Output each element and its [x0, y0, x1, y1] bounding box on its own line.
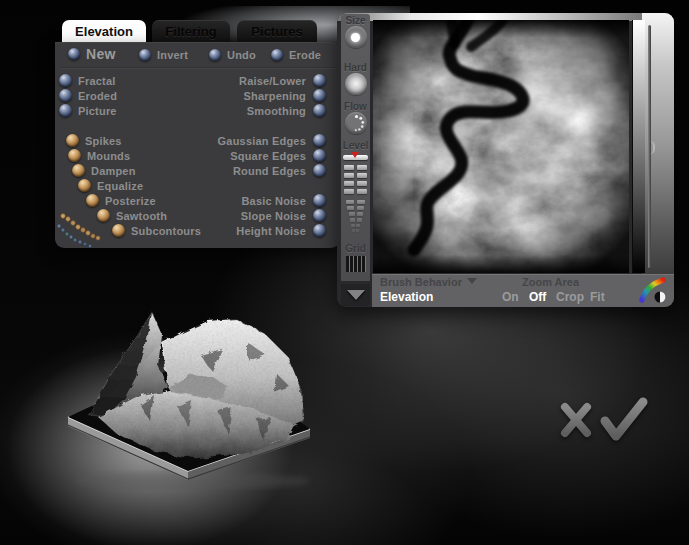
sharpening-label: Sharpening: [243, 90, 306, 102]
eroded-sphere-icon: [59, 89, 72, 102]
canvas-bottom-bar: Brush Behavior Zoom Area Elevation On Of…: [372, 274, 674, 307]
level-marker-icon[interactable]: [351, 152, 359, 158]
brush-size-control[interactable]: [345, 26, 367, 48]
raise-lower-sphere-icon: [313, 74, 326, 87]
hard-label: Hard: [341, 62, 370, 73]
posterize-sphere-icon: [86, 194, 99, 207]
collapse-strip-button[interactable]: [341, 284, 370, 306]
subcontours-label: Subcontours: [131, 225, 201, 237]
invert-sphere-icon: [139, 49, 151, 61]
eroded-label: Eroded: [78, 90, 117, 102]
gaussian-edges-sphere-icon: [313, 134, 326, 147]
elevation-panel-body: New Invert Undo Erode Fractal Eroded Pic…: [55, 42, 340, 248]
fractal-sphere-icon: [59, 74, 72, 87]
basic-noise-button[interactable]: Basic Noise: [241, 193, 326, 208]
height-noise-label: Height Noise: [236, 225, 306, 237]
round-edges-button[interactable]: Round Edges: [233, 163, 326, 178]
level-meter-fade: [343, 200, 368, 204]
slope-noise-button[interactable]: Slope Noise: [241, 208, 326, 223]
confirm-check-icon[interactable]: [605, 402, 643, 436]
zoom-on-option[interactable]: On: [502, 290, 519, 304]
new-label: New: [86, 46, 116, 62]
gaussian-edges-label: Gaussian Edges: [218, 135, 306, 147]
round-edges-label: Round Edges: [233, 165, 306, 177]
dampen-label: Dampen: [91, 165, 136, 177]
divider: [60, 67, 335, 69]
brush-behavior-menu[interactable]: Brush Behavior: [380, 276, 477, 288]
new-button[interactable]: New: [68, 46, 116, 61]
eroded-button[interactable]: Eroded: [59, 88, 117, 103]
zoom-area-label: Zoom Area: [522, 276, 579, 288]
brush-behavior-label: Brush Behavior: [380, 276, 462, 288]
bead-cascade-icon: [56, 213, 106, 249]
fractal-button[interactable]: Fractal: [59, 73, 115, 88]
mounds-label: Mounds: [87, 150, 130, 162]
subcontours-button[interactable]: Subcontours: [112, 223, 201, 238]
level-meter: [343, 165, 368, 170]
mounds-sphere-icon: [68, 149, 81, 162]
erode-sphere-icon: [271, 49, 283, 61]
rainbow-gradient-icon[interactable]: [636, 276, 668, 304]
subcontours-sphere-icon: [112, 224, 125, 237]
flow-dots-icon: [345, 112, 367, 134]
level-meter-fade: [343, 218, 368, 222]
zoom-fit-option[interactable]: Fit: [590, 290, 605, 304]
spikes-button[interactable]: Spikes: [66, 133, 122, 148]
grid-label: Grid: [341, 243, 370, 254]
level-meter-fade: [343, 229, 368, 232]
equalize-label: Equalize: [97, 180, 143, 192]
gaussian-edges-button[interactable]: Gaussian Edges: [218, 133, 326, 148]
elevation-panel: Elevation Filtering Pictures New Invert …: [55, 20, 340, 248]
size-label: Size: [341, 15, 370, 26]
height-noise-button[interactable]: Height Noise: [236, 223, 326, 238]
erode-button[interactable]: Erode: [271, 47, 321, 62]
spikes-sphere-icon: [66, 134, 79, 147]
level-meter: [343, 189, 368, 194]
square-edges-sphere-icon: [313, 149, 326, 162]
height-noise-sphere-icon: [313, 224, 326, 237]
tab-filtering[interactable]: Filtering: [152, 20, 230, 42]
brush-hardness-control[interactable]: [345, 73, 367, 95]
mounds-button[interactable]: Mounds: [68, 148, 130, 163]
equalize-sphere-icon: [78, 179, 91, 192]
dampen-sphere-icon: [72, 164, 85, 177]
tab-elevation[interactable]: Elevation: [62, 20, 146, 42]
raise-lower-label: Raise/Lower: [239, 75, 306, 87]
round-edges-sphere-icon: [313, 164, 326, 177]
grid-toggle[interactable]: [346, 256, 366, 272]
tab-pictures[interactable]: Pictures: [237, 20, 317, 42]
new-sphere-icon: [68, 48, 80, 60]
cancel-x-icon[interactable]: [565, 407, 587, 433]
zoom-crop-option[interactable]: Crop: [556, 290, 584, 304]
smoothing-button[interactable]: Smoothing: [247, 103, 326, 118]
zoom-off-option[interactable]: Off: [529, 290, 546, 304]
undo-button[interactable]: Undo: [209, 47, 256, 62]
slope-noise-sphere-icon: [313, 209, 326, 222]
erode-label: Erode: [289, 49, 321, 61]
picture-sphere-icon: [59, 104, 72, 117]
sharpening-button[interactable]: Sharpening: [243, 88, 326, 103]
brush-flow-control[interactable]: [345, 112, 367, 134]
picture-label: Picture: [78, 105, 117, 117]
dampen-button[interactable]: Dampen: [72, 163, 136, 178]
sawtooth-button[interactable]: Sawtooth: [97, 208, 167, 223]
basic-noise-label: Basic Noise: [241, 195, 306, 207]
square-edges-button[interactable]: Square Edges: [230, 148, 326, 163]
invert-button[interactable]: Invert: [139, 47, 188, 62]
posterize-label: Posterize: [105, 195, 156, 207]
tab-filtering-label: Filtering: [165, 24, 216, 39]
terrain-3d-preview: [50, 295, 330, 490]
square-edges-label: Square Edges: [230, 150, 306, 162]
level-meter-fade: [343, 224, 368, 227]
level-meter: [343, 181, 368, 186]
raise-lower-button[interactable]: Raise/Lower: [239, 73, 326, 88]
tab-pictures-label: Pictures: [251, 24, 302, 39]
invert-label: Invert: [157, 49, 188, 61]
heightmap-canvas[interactable]: [373, 20, 629, 273]
picture-button[interactable]: Picture: [59, 103, 117, 118]
gradient-slider-handle[interactable]: [646, 141, 655, 154]
flow-label: Flow: [341, 101, 370, 112]
posterize-button[interactable]: Posterize: [86, 193, 156, 208]
equalize-button[interactable]: Equalize: [78, 178, 143, 193]
elevation-gradient-scale[interactable]: [632, 20, 645, 273]
